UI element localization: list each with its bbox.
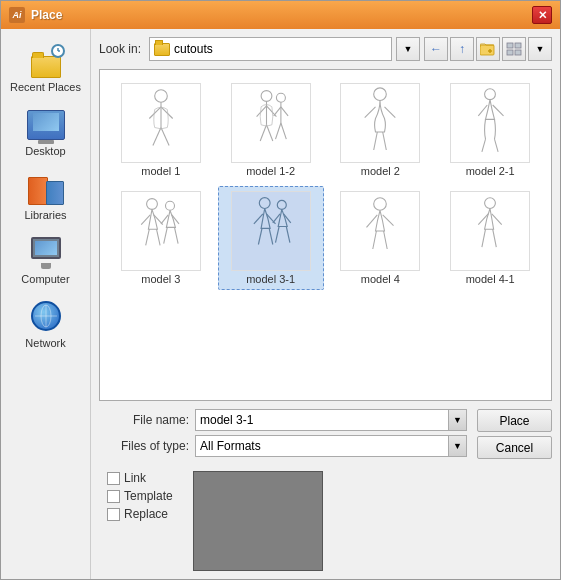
app-icon: Ai — [9, 7, 25, 23]
new-folder-button[interactable] — [476, 37, 500, 61]
title-bar-text: Place — [31, 8, 532, 22]
sidebar-item-recent-places[interactable]: Recent Places — [6, 39, 86, 97]
svg-line-63 — [373, 231, 377, 249]
file-thumbnail — [450, 191, 530, 271]
svg-line-20 — [256, 106, 266, 117]
place-button[interactable]: Place — [477, 409, 552, 432]
model4-preview — [345, 195, 415, 267]
model1-preview — [126, 87, 196, 159]
file-thumbnail — [450, 83, 530, 163]
svg-line-64 — [384, 231, 388, 249]
libraries-icon — [26, 171, 66, 207]
view-dropdown-button[interactable]: ▼ — [528, 37, 552, 61]
replace-checkbox[interactable] — [107, 508, 120, 521]
template-checkbox-row[interactable]: Template — [107, 489, 173, 503]
network-icon — [26, 299, 66, 335]
sidebar-item-network[interactable]: Network — [6, 295, 86, 353]
svg-line-36 — [478, 105, 487, 116]
desktop-icon — [26, 107, 66, 143]
svg-rect-5 — [480, 45, 494, 55]
form-fields: File name: ▼ Files of type: — [99, 409, 467, 457]
svg-point-24 — [276, 93, 285, 102]
svg-line-68 — [482, 229, 486, 247]
filename-dropdown-button[interactable]: ▼ — [449, 409, 467, 431]
svg-line-54 — [269, 228, 273, 244]
link-checkbox[interactable] — [107, 472, 120, 485]
look-in-label: Look in: — [99, 42, 141, 56]
files-of-type-row: Files of type: All Formats ▼ — [99, 435, 467, 457]
file-item[interactable]: model 1 — [108, 78, 214, 182]
file-item[interactable]: model 2-1 — [437, 78, 543, 182]
svg-rect-11 — [515, 50, 521, 55]
file-item[interactable]: model 3 — [108, 186, 214, 290]
model1-2-preview — [236, 87, 306, 159]
toolbar: Look in: cutouts ▼ ← ↑ — [99, 37, 552, 61]
files-of-type-select[interactable]: All Formats — [195, 435, 449, 457]
model2-preview — [345, 87, 415, 159]
folder-dropdown-button[interactable]: ▼ — [396, 37, 420, 61]
file-name: model 4 — [361, 273, 400, 285]
svg-line-41 — [141, 215, 150, 225]
sidebar-item-label: Recent Places — [10, 81, 81, 93]
view-toggle-button[interactable] — [502, 37, 526, 61]
svg-point-40 — [146, 199, 157, 210]
file-name: model 1-2 — [246, 165, 295, 177]
svg-line-23 — [266, 125, 272, 141]
cancel-button[interactable]: Cancel — [477, 436, 552, 459]
svg-line-44 — [156, 229, 160, 245]
sidebar-item-computer[interactable]: Computer — [6, 231, 86, 289]
file-item[interactable]: model 4-1 — [437, 186, 543, 290]
svg-point-55 — [277, 200, 286, 209]
svg-line-38 — [482, 139, 486, 152]
svg-point-12 — [155, 90, 168, 103]
up-icon: ↑ — [459, 42, 465, 56]
sidebar-item-label: Computer — [21, 273, 69, 285]
svg-point-30 — [374, 88, 387, 101]
svg-line-31 — [365, 107, 376, 118]
back-icon: ← — [430, 42, 442, 56]
file-item-selected[interactable]: model 3-1 — [218, 186, 324, 290]
model3-preview — [126, 195, 196, 267]
file-item[interactable]: model 2 — [328, 78, 434, 182]
svg-rect-9 — [515, 43, 521, 48]
checkboxes-and-preview: Link Template Replace — [99, 467, 552, 571]
file-name: model 2 — [361, 165, 400, 177]
current-folder: cutouts — [174, 42, 387, 56]
preview-area — [193, 471, 323, 571]
svg-line-15 — [161, 107, 173, 119]
look-in-select[interactable]: cutouts — [149, 37, 392, 61]
dropdown-chevron-icon: ▼ — [453, 415, 462, 425]
file-thumbnail — [340, 191, 420, 271]
sidebar-item-label: Libraries — [24, 209, 66, 221]
link-checkbox-row[interactable]: Link — [107, 471, 173, 485]
back-button[interactable]: ← — [424, 37, 448, 61]
sidebar-item-desktop[interactable]: Desktop — [6, 103, 86, 161]
svg-line-43 — [146, 229, 150, 245]
file-name: model 3 — [141, 273, 180, 285]
up-button[interactable]: ↑ — [450, 37, 474, 61]
nav-buttons: ← ↑ — [424, 37, 552, 61]
file-name-row: File name: ▼ — [99, 409, 467, 431]
svg-line-17 — [161, 128, 169, 146]
replace-checkbox-row[interactable]: Replace — [107, 507, 173, 521]
file-item[interactable]: model 1-2 — [218, 78, 324, 182]
close-button[interactable]: ✕ — [532, 6, 552, 24]
svg-line-32 — [385, 107, 396, 118]
filetype-dropdown-button[interactable]: ▼ — [449, 435, 467, 457]
file-name: model 1 — [141, 165, 180, 177]
svg-line-51 — [254, 214, 263, 224]
model3-1-preview — [236, 195, 306, 267]
sidebar-item-libraries[interactable]: Libraries — [6, 167, 86, 225]
template-checkbox[interactable] — [107, 490, 120, 503]
svg-line-28 — [275, 123, 280, 139]
file-name-input[interactable] — [195, 409, 449, 431]
file-item[interactable]: model 4 — [328, 186, 434, 290]
svg-rect-8 — [507, 43, 513, 48]
files-of-type-label: Files of type: — [99, 439, 189, 453]
new-folder-icon — [480, 42, 496, 56]
template-label: Template — [124, 489, 173, 503]
dropdown-arrow-icon: ▼ — [404, 44, 413, 54]
link-label: Link — [124, 471, 146, 485]
svg-line-16 — [153, 128, 161, 146]
file-name: model 4-1 — [466, 273, 515, 285]
